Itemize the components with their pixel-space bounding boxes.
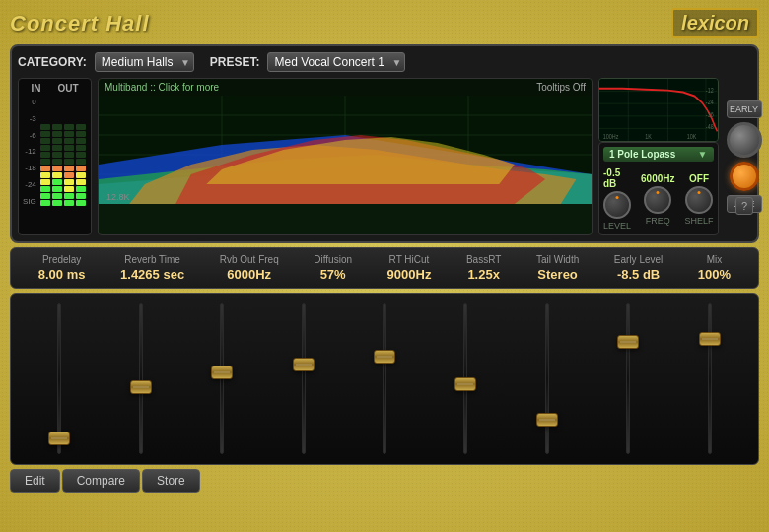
help-button[interactable]: ? [735,197,753,215]
early-button[interactable]: EARLY [727,100,762,118]
param-label-rvb-freq: Rvb Out Freq [220,254,279,265]
freq-label: FREQ [646,216,670,226]
svg-text:-36: -36 [706,110,714,118]
store-button[interactable]: Store [142,469,200,493]
eq-curve-display[interactable]: -12 -24 -36 -48 100Hz 1K 10K [598,78,719,142]
level-value: -0.5 dB [603,167,631,189]
filter-section: 1 Pole Lopass ▼ -0.5 dB LEVEL [598,142,719,235]
param-reverb-time: Reverb Time 1.4265 sec [120,254,184,282]
shelf-control: OFF SHELF [685,173,714,226]
param-tail-width: Tail Width Stereo [536,254,579,282]
bottom-toolbar: Edit Compare Store [10,469,759,493]
svg-text:10K: 10K [687,132,697,140]
param-value-predelay: 8.00 ms [38,267,86,282]
app-title: Concert Hall [10,11,150,36]
param-value-rt-hicut: 9000Hz [387,267,432,282]
edit-button[interactable]: Edit [10,469,60,493]
fader-8[interactable] [590,303,666,454]
multiband-title: Multiband :: Click for more [105,82,219,93]
param-value-mix: 100% [698,267,731,282]
early-late-knob[interactable] [727,122,762,158]
params-row: Predelay 8.00 ms Reverb Time 1.4265 sec … [10,247,759,289]
svg-text:1K: 1K [645,132,652,140]
svg-text:-24: -24 [706,99,714,106]
param-bassrt: BassRT 1.25x [466,254,501,282]
param-label-early-level: Early Level [614,254,663,265]
param-predelay: Predelay 8.00 ms [38,254,86,282]
param-early-level: Early Level -8.5 dB [614,254,663,282]
fader-9[interactable] [671,303,748,454]
param-value-reverb-time: 1.4265 sec [120,267,184,282]
svg-text:-12: -12 [706,86,714,94]
vu-in-meters [40,98,63,206]
shelf-value: OFF [689,173,709,184]
early-level-knob[interactable] [730,162,759,191]
compare-button[interactable]: Compare [62,469,140,493]
fader-2[interactable] [102,303,178,454]
vu-out-label: OUT [57,83,78,94]
vu-meters: IN OUT 0 -3 -6 -12 -18 -24 SIG [18,78,92,235]
param-label-bassrt: BassRT [466,254,501,265]
freq-label: 12.8K [106,192,130,202]
vu-out-meters [64,98,87,206]
category-label: CATEGORY: [18,55,87,69]
param-value-tail-width: Stereo [537,267,577,282]
param-value-early-level: -8.5 dB [617,267,660,282]
preset-dropdown[interactable]: Med Vocal Concert 1 Med Vocal Concert 2 … [267,52,405,72]
shelf-knob[interactable] [685,186,713,214]
category-select[interactable]: Medium Halls Small Halls Large Halls [95,52,194,72]
preset-select[interactable]: Med Vocal Concert 1 Med Vocal Concert 2 [267,52,405,72]
fader-6[interactable] [427,303,504,454]
level-knob[interactable] [603,191,631,219]
fader-4[interactable] [264,303,341,454]
fader-5[interactable] [346,303,423,454]
svg-text:100Hz: 100Hz [603,132,619,140]
param-value-rvb-freq: 6000Hz [227,267,271,282]
category-dropdown[interactable]: Medium Halls Small Halls Large Halls ▼ [95,52,194,72]
freq-knob[interactable] [644,186,671,214]
freq-value: 6000Hz [641,173,674,184]
tooltips-button[interactable]: Tooltips Off [536,82,586,93]
filter-dropdown-icon[interactable]: ▼ [698,149,708,160]
vu-scale: 0 -3 -6 -12 -18 -24 SIG [23,98,38,206]
fader-3[interactable] [183,303,260,454]
filter-title: 1 Pole Lopass [609,149,675,160]
level-control: -0.5 dB LEVEL [603,167,631,231]
param-rt-hicut: RT HiCut 9000Hz [387,254,432,282]
fader-7[interactable] [509,303,586,454]
param-value-diffusion: 57% [320,267,346,282]
shelf-label: SHELF [685,216,714,226]
param-mix: Mix 100% [698,254,731,282]
param-label-diffusion: Diffusion [314,254,352,265]
faders-section [10,293,759,465]
svg-text:-48: -48 [706,123,714,131]
param-label-rt-hicut: RT HiCut [389,254,430,265]
level-label: LEVEL [603,221,631,231]
param-rvb-freq: Rvb Out Freq 6000Hz [220,254,279,282]
brand-title: lexicon [671,8,759,38]
eq-section: -12 -24 -36 -48 100Hz 1K 10K [598,78,751,235]
param-label-tail-width: Tail Width [536,254,579,265]
preset-label: PRESET: [210,55,260,69]
param-label-predelay: Predelay [42,254,81,265]
freq-control: 6000Hz FREQ [641,173,674,226]
top-panel: CATEGORY: Medium Halls Small Halls Large… [10,44,759,243]
param-label-reverb-time: Reverb Time [124,254,180,265]
fader-1[interactable] [21,303,98,454]
vu-in-label: IN [31,83,40,94]
multiband-display[interactable]: Multiband :: Click for more Tooltips Off [98,78,593,235]
param-label-mix: Mix [707,254,723,265]
param-value-bassrt: 1.25x [467,267,500,282]
param-diffusion: Diffusion 57% [314,254,352,282]
